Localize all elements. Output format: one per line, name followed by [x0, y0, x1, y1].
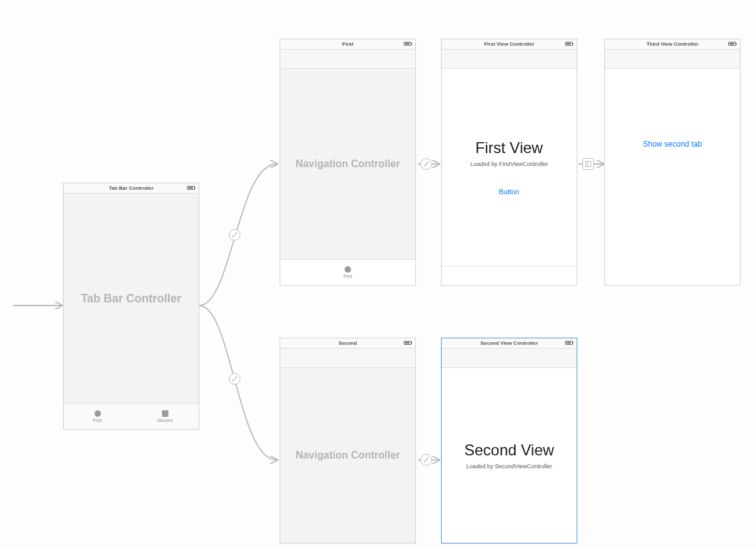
- tab-item-second[interactable]: Second: [131, 404, 199, 429]
- scene-content: First View Loaded by FirstViewController…: [442, 69, 577, 266]
- tab-item-label: Second: [158, 418, 173, 423]
- battery-icon: [565, 42, 573, 46]
- navigation-bar: [442, 349, 577, 368]
- battery-icon: [404, 341, 411, 345]
- first-view-heading: First View: [476, 139, 543, 157]
- scene-second-view-controller[interactable]: Second View Controller Second View Loade…: [441, 338, 577, 543]
- navigation-bar: [280, 50, 415, 69]
- tab-item-label: First: [93, 418, 102, 423]
- svg-point-12: [428, 161, 429, 163]
- scene-title-text: Third View Controller: [647, 41, 699, 47]
- battery-icon: [187, 186, 195, 190]
- svg-line-10: [424, 162, 428, 166]
- tab-item-first[interactable]: First: [280, 260, 415, 285]
- battery-icon: [728, 42, 736, 46]
- scene-title: Third View Controller: [605, 39, 740, 50]
- segue-relationship-icon: [229, 229, 240, 241]
- scene-tabbar-controller[interactable]: Tab Bar Controller Tab Bar Controller Fi…: [63, 183, 199, 430]
- navigation-bar: [605, 50, 740, 69]
- svg-line-15: [424, 458, 428, 462]
- circle-icon: [94, 410, 101, 417]
- scene-title: Tab Bar Controller: [64, 183, 199, 194]
- segue-relationship-icon: [420, 158, 432, 170]
- svg-point-16: [424, 461, 425, 462]
- battery-icon: [565, 341, 573, 345]
- segue-relationship-icon: [229, 373, 240, 385]
- second-view-subtitle: Loaded by SecondViewController: [466, 463, 552, 470]
- scene-title-text: First: [342, 41, 353, 47]
- svg-line-4: [233, 233, 237, 237]
- scene-title: First View Controller: [442, 39, 577, 50]
- tabbar-controller-label: Tab Bar Controller: [81, 292, 182, 306]
- show-second-tab-button[interactable]: Show second tab: [643, 140, 702, 149]
- tab-item-label: First: [343, 274, 352, 279]
- scene-title: Second: [280, 338, 415, 349]
- scene-first-view-controller[interactable]: First View Controller First View Loaded …: [441, 39, 577, 286]
- navigation-bar: [442, 50, 577, 69]
- svg-point-11: [424, 165, 425, 167]
- scene-title-text: Second View Controller: [480, 340, 538, 346]
- svg-point-17: [428, 457, 429, 459]
- svg-point-5: [232, 236, 233, 237]
- scene-content: Navigation Controller: [280, 69, 415, 259]
- tab-item-first[interactable]: First: [64, 404, 131, 429]
- nav-controller-label: Navigation Controller: [296, 450, 401, 461]
- segue-relationship-icon: [420, 454, 432, 466]
- svg-point-8: [232, 380, 233, 381]
- battery-icon: [404, 42, 411, 46]
- scene-title: Second View Controller: [442, 338, 577, 349]
- scene-third-view-controller[interactable]: Third View Controller Show second tab: [604, 39, 741, 286]
- scene-content: Show second tab: [605, 69, 740, 285]
- scene-content: Navigation Controller: [280, 368, 415, 543]
- tab-bar: First Second: [64, 403, 199, 429]
- svg-point-9: [236, 376, 237, 378]
- scene-nav-controller-second[interactable]: Second Navigation Controller: [280, 338, 416, 543]
- tab-bar-placeholder: [442, 266, 577, 285]
- square-icon: [162, 410, 168, 417]
- svg-line-7: [233, 377, 237, 381]
- button[interactable]: Button: [499, 188, 519, 196]
- scene-content: Tab Bar Controller: [64, 194, 199, 403]
- svg-rect-13: [586, 161, 591, 167]
- svg-point-6: [236, 232, 237, 233]
- scene-title-text: First View Controller: [484, 41, 534, 47]
- scene-content: Second View Loaded by SecondViewControll…: [442, 368, 577, 543]
- scene-nav-controller-first[interactable]: First Navigation Controller First: [280, 39, 416, 286]
- segue-show-icon: [582, 158, 594, 170]
- scene-title-text: Tab Bar Controller: [109, 185, 154, 191]
- nav-controller-label: Navigation Controller: [296, 158, 401, 170]
- scene-title-text: Second: [339, 340, 357, 346]
- scene-title: First: [280, 39, 415, 50]
- first-view-subtitle: Loaded by FirstViewController: [471, 161, 548, 167]
- tab-bar: First: [280, 259, 415, 285]
- navigation-bar: [280, 349, 415, 368]
- second-view-heading: Second View: [464, 441, 554, 459]
- circle-icon: [345, 266, 351, 273]
